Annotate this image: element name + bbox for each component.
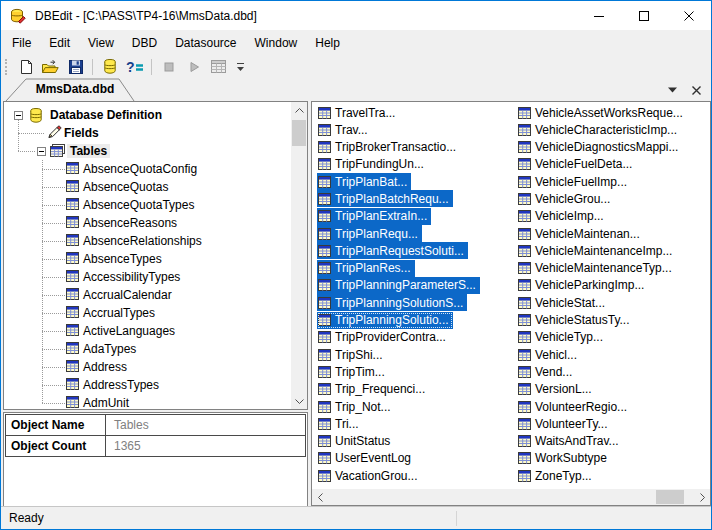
scroll-down-button[interactable] bbox=[291, 393, 307, 409]
table-list-item[interactable]: VehicleMaintenanceImp... bbox=[517, 242, 694, 259]
table-list-column-2: VehicleAssetWorksReque... VehicleCharact… bbox=[517, 104, 694, 485]
table-icon bbox=[318, 366, 331, 378]
menu-dbd[interactable]: DBD bbox=[123, 32, 166, 54]
menu-file[interactable]: File bbox=[3, 32, 40, 54]
tree-node-fields[interactable]: Fields bbox=[4, 124, 290, 142]
toolbar-grip[interactable] bbox=[5, 59, 9, 75]
table-list-item[interactable]: VehicleFuelDeta... bbox=[517, 156, 694, 173]
tree-item-table[interactable]: AccrualTypes bbox=[4, 304, 290, 322]
table-list-item[interactable]: TripPlanRequ... bbox=[317, 225, 517, 242]
tree-item-table[interactable]: AccessibilityTypes bbox=[4, 268, 290, 286]
scroll-right-button[interactable] bbox=[694, 489, 710, 505]
open-file-button[interactable] bbox=[38, 56, 63, 77]
table-list-item[interactable]: VehicleMaintenan... bbox=[517, 225, 694, 242]
table-list-item[interactable]: Trip_Frequenci... bbox=[317, 381, 517, 398]
tree-item-table[interactable]: AbsenceTypes bbox=[4, 250, 290, 268]
table-list-item[interactable]: Tri... bbox=[317, 415, 517, 432]
collapse-expander-icon[interactable] bbox=[14, 111, 23, 120]
scrollbar-thumb[interactable] bbox=[656, 490, 684, 504]
table-list-item[interactable]: VehicleParkingImp... bbox=[517, 277, 694, 294]
table-list-item[interactable]: TripProviderContra... bbox=[317, 329, 517, 346]
tree-item-table[interactable]: AbsenceQuotas bbox=[4, 178, 290, 196]
table-list-item[interactable]: VehicleImp... bbox=[517, 208, 694, 225]
table-list-item[interactable]: VehicleMaintenanceTyp... bbox=[517, 260, 694, 277]
table-list-item[interactable]: VehicleStatusTy... bbox=[517, 312, 694, 329]
scrollbar-thumb[interactable] bbox=[292, 120, 306, 146]
table-list-item[interactable]: ZoneTyp... bbox=[517, 467, 694, 484]
database-button[interactable] bbox=[97, 56, 122, 77]
table-list-item[interactable]: TripPlanBat... bbox=[317, 173, 517, 190]
table-list-item[interactable]: VehicleTyp... bbox=[517, 329, 694, 346]
tree-item-table[interactable]: AbsenceReasons bbox=[4, 214, 290, 232]
table-list-item[interactable]: VehicleGrou... bbox=[517, 190, 694, 207]
tree-item-table[interactable]: AddressTypes bbox=[4, 376, 290, 394]
table-list-item[interactable]: TripPlanRes... bbox=[317, 260, 517, 277]
table-list-item[interactable]: TravelTra... bbox=[317, 104, 517, 121]
tree-item-table[interactable]: AbsenceRelationships bbox=[4, 232, 290, 250]
menu-edit[interactable]: Edit bbox=[40, 32, 79, 54]
menu-datasource[interactable]: Datasource bbox=[166, 32, 245, 54]
tab-mmsdata[interactable]: MmsData.dbd bbox=[5, 78, 145, 101]
table-list-item[interactable]: VacationGrou... bbox=[317, 467, 517, 484]
table-list-item[interactable]: UnitStatus bbox=[317, 433, 517, 450]
table-list-item[interactable]: TripShi... bbox=[317, 346, 517, 363]
menu-window[interactable]: Window bbox=[246, 32, 307, 54]
table-list-item[interactable]: Trip_Not... bbox=[317, 398, 517, 415]
table-icon bbox=[518, 314, 531, 326]
table-list-item[interactable]: VolunteerRegio... bbox=[517, 398, 694, 415]
toolbar-overflow-button[interactable] bbox=[233, 56, 247, 77]
table-list-item[interactable]: TripTim... bbox=[317, 363, 517, 380]
table-list-item[interactable]: VehicleAssetWorksReque... bbox=[517, 104, 694, 121]
table-list-item[interactable]: VolunteerTy... bbox=[517, 415, 694, 432]
save-icon bbox=[68, 59, 84, 75]
table-list-item[interactable]: TripBrokerTransactio... bbox=[317, 139, 517, 156]
tree-item-table[interactable]: Address bbox=[4, 358, 290, 376]
tree-item-table[interactable]: AbsenceQuotaTypes bbox=[4, 196, 290, 214]
help-properties-icon: ? bbox=[126, 59, 144, 75]
menu-view[interactable]: View bbox=[79, 32, 123, 54]
tab-list-dropdown-button[interactable] bbox=[665, 83, 679, 97]
table-list-item[interactable]: VersionL... bbox=[517, 381, 694, 398]
save-file-button[interactable] bbox=[63, 56, 88, 77]
tree-node-database-definition[interactable]: Database Definition bbox=[4, 106, 290, 124]
tree-node-tables[interactable]: Tables bbox=[4, 142, 290, 160]
new-file-button[interactable] bbox=[13, 56, 38, 77]
table-list-item[interactable]: VehicleFuelImp... bbox=[517, 173, 694, 190]
table-list-item[interactable]: TripPlanRequestSoluti... bbox=[317, 242, 517, 259]
table-list-item[interactable]: TripFundingUn... bbox=[317, 156, 517, 173]
table-list-item[interactable]: TripPlanningSolutionS... bbox=[317, 294, 517, 311]
collapse-expander-icon[interactable] bbox=[37, 147, 46, 156]
scroll-up-button[interactable] bbox=[291, 102, 307, 118]
table-list-item[interactable]: Vend... bbox=[517, 363, 694, 380]
table-list-item[interactable]: TripPlanExtraIn... bbox=[317, 208, 517, 225]
table-list-item[interactable]: TripPlanningSolutio... bbox=[317, 312, 517, 329]
table-list-item[interactable]: TripPlanBatchRequ... bbox=[317, 190, 517, 207]
minimize-button[interactable] bbox=[576, 1, 621, 30]
tree-item-table[interactable]: ActiveLanguages bbox=[4, 322, 290, 340]
help-properties-button[interactable]: ? bbox=[122, 56, 147, 77]
table-list-item[interactable]: VehicleDiagnosticsMappi... bbox=[517, 139, 694, 156]
table-list-item[interactable]: WorkSubtype bbox=[517, 450, 694, 467]
list-item-label: Trip_Not... bbox=[335, 400, 391, 414]
table-list-item[interactable]: TripPlanningParameterS... bbox=[317, 277, 517, 294]
tree-item-table[interactable]: AbsenceQuotaConfig bbox=[4, 160, 290, 178]
tree-item-table[interactable]: AccrualCalendar bbox=[4, 286, 290, 304]
title-bar[interactable]: DBEdit - [C:\PASS\TP4-16\MmsData.dbd] bbox=[1, 1, 711, 30]
tree-item-table[interactable]: AdmUnit bbox=[4, 394, 290, 410]
table-list-item[interactable]: UserEventLog bbox=[317, 450, 517, 467]
scroll-left-button[interactable] bbox=[312, 489, 328, 505]
table-list-item[interactable]: Trav... bbox=[317, 121, 517, 138]
menu-help[interactable]: Help bbox=[306, 32, 349, 54]
table-list-item[interactable]: VehicleCharacteristicImp... bbox=[517, 121, 694, 138]
maximize-button[interactable] bbox=[621, 1, 666, 30]
tree-item-table[interactable]: AdaTypes bbox=[4, 340, 290, 358]
close-document-button[interactable] bbox=[689, 83, 703, 97]
close-button[interactable] bbox=[666, 1, 711, 30]
tree-vertical-scrollbar[interactable] bbox=[291, 102, 307, 409]
table-list-item[interactable]: WaitsAndTrav... bbox=[517, 433, 694, 450]
table-list-item[interactable]: Vehicl... bbox=[517, 346, 694, 363]
table-icon bbox=[66, 396, 79, 408]
list-horizontal-scrollbar[interactable] bbox=[312, 489, 710, 505]
table-list-item[interactable]: VehicleStat... bbox=[517, 294, 694, 311]
tree-connector bbox=[18, 151, 35, 152]
